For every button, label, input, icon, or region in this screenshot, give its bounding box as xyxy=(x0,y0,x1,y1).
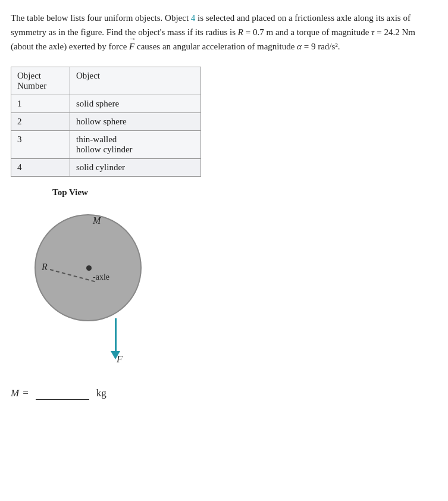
row3-object: thin-walledhollow cylinder xyxy=(70,131,201,159)
force-line xyxy=(115,318,117,351)
label-R: R xyxy=(42,262,48,273)
axle-label: -axle xyxy=(93,273,109,282)
diagram-wrapper: M R -axle F xyxy=(29,202,183,369)
row1-number: 1 xyxy=(11,95,70,113)
objects-table-container: ObjectNumber Object 1 solid sphere 2 hol… xyxy=(11,67,437,177)
row3-number: 3 xyxy=(11,131,70,159)
answer-blank[interactable] xyxy=(36,387,89,400)
objects-table: ObjectNumber Object 1 solid sphere 2 hol… xyxy=(11,67,201,177)
alpha-symbol: α xyxy=(297,42,302,51)
table-header-row: ObjectNumber Object xyxy=(11,67,201,95)
force-arrow xyxy=(111,318,120,359)
answer-equals: = xyxy=(23,387,29,399)
answer-M-label: M xyxy=(11,387,19,399)
header-object: Object xyxy=(70,67,201,95)
force-symbol: F xyxy=(129,39,134,54)
answer-section: M = kg xyxy=(11,387,437,400)
row4-object: solid cylinder xyxy=(70,159,201,177)
table-row: 3 thin-walledhollow cylinder xyxy=(11,131,201,159)
row2-object: hollow sphere xyxy=(70,113,201,131)
header-number: ObjectNumber xyxy=(11,67,70,95)
problem-statement: The table below lists four uniform objec… xyxy=(11,11,437,54)
axle-dot xyxy=(86,265,92,271)
table-row: 4 solid cylinder xyxy=(11,159,201,177)
diagram-section: Top View M R -axle F xyxy=(29,187,437,369)
answer-unit: kg xyxy=(96,387,106,399)
object-number-highlight: 4 xyxy=(191,13,196,23)
label-M: M xyxy=(93,215,101,226)
r-symbol: R xyxy=(238,27,243,37)
label-F: F xyxy=(117,354,123,365)
table-row: 2 hollow sphere xyxy=(11,113,201,131)
row1-object: solid sphere xyxy=(70,95,201,113)
table-row: 1 solid sphere xyxy=(11,95,201,113)
row2-number: 2 xyxy=(11,113,70,131)
row4-number: 4 xyxy=(11,159,70,177)
top-view-label: Top View xyxy=(52,187,437,198)
tau-symbol: τ xyxy=(371,27,374,37)
problem-line1: The table below lists four uniform objec… xyxy=(11,13,415,51)
